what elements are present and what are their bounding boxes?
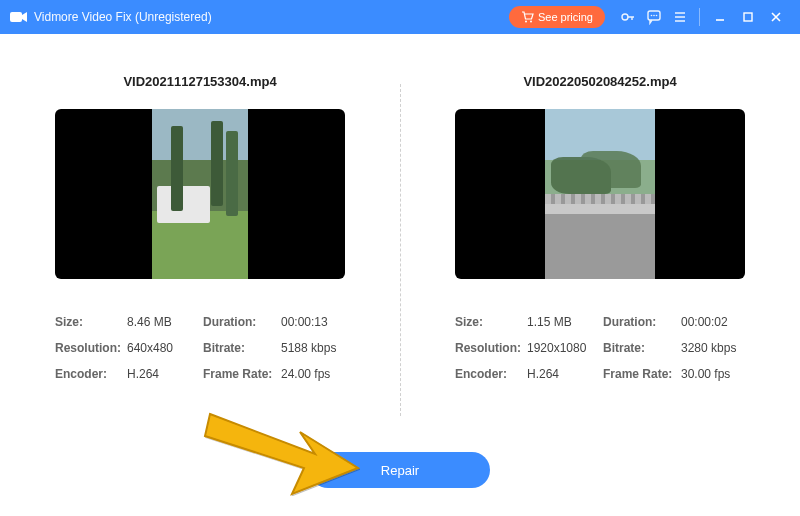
resolution-label: Resolution: (455, 341, 527, 355)
size-label: Size: (55, 315, 127, 329)
repair-button[interactable]: Repair (310, 452, 490, 488)
bitrate-value: 5188 kbps (281, 341, 345, 355)
see-pricing-label: See pricing (538, 11, 593, 23)
framerate-value: 30.00 fps (681, 367, 745, 381)
meta-row: Resolution: 1920x1080 Bitrate: 3280 kbps (455, 335, 745, 361)
source-filename: VID20211127153304.mp4 (123, 74, 276, 89)
encoder-label: Encoder: (55, 367, 127, 381)
close-button[interactable] (762, 3, 790, 31)
resolution-label: Resolution: (55, 341, 127, 355)
svg-rect-0 (10, 12, 22, 22)
main-area: VID20211127153304.mp4 Size: 8.46 MB Dura… (0, 34, 800, 516)
maximize-button[interactable] (734, 3, 762, 31)
source-meta: Size: 8.46 MB Duration: 00:00:13 Resolut… (55, 309, 345, 387)
framerate-label: Frame Rate: (203, 367, 281, 381)
bitrate-value: 3280 kbps (681, 341, 745, 355)
duration-label: Duration: (603, 315, 681, 329)
encoder-value: H.264 (127, 367, 203, 381)
sample-video-panel: VID20220502084252.mp4 Size: 1.15 MB Dura… (400, 34, 800, 516)
vertical-divider (400, 84, 401, 416)
app-logo-icon (10, 10, 28, 24)
titlebar: Vidmore Video Fix (Unregistered) See pri… (0, 0, 800, 34)
svg-point-1 (525, 21, 527, 23)
svg-point-6 (653, 15, 655, 17)
duration-value: 00:00:02 (681, 315, 745, 329)
feedback-icon[interactable] (641, 4, 667, 30)
bitrate-label: Bitrate: (203, 341, 281, 355)
minimize-button[interactable] (706, 3, 734, 31)
framerate-value: 24.00 fps (281, 367, 345, 381)
source-video-panel: VID20211127153304.mp4 Size: 8.46 MB Dura… (0, 34, 400, 516)
source-thumbnail (55, 109, 345, 279)
svg-rect-8 (744, 13, 752, 21)
size-value: 8.46 MB (127, 315, 203, 329)
meta-row: Encoder: H.264 Frame Rate: 30.00 fps (455, 361, 745, 387)
see-pricing-button[interactable]: See pricing (509, 6, 605, 28)
bitrate-label: Bitrate: (603, 341, 681, 355)
sample-meta: Size: 1.15 MB Duration: 00:00:02 Resolut… (455, 309, 745, 387)
meta-row: Encoder: H.264 Frame Rate: 24.00 fps (55, 361, 345, 387)
encoder-label: Encoder: (455, 367, 527, 381)
key-icon[interactable] (615, 4, 641, 30)
duration-label: Duration: (203, 315, 281, 329)
encoder-value: H.264 (527, 367, 603, 381)
meta-row: Size: 1.15 MB Duration: 00:00:02 (455, 309, 745, 335)
menu-icon[interactable] (667, 4, 693, 30)
repair-label: Repair (381, 463, 419, 478)
size-value: 1.15 MB (527, 315, 603, 329)
svg-point-7 (656, 15, 658, 17)
meta-row: Resolution: 640x480 Bitrate: 5188 kbps (55, 335, 345, 361)
svg-point-2 (530, 21, 532, 23)
cart-icon (521, 11, 534, 23)
resolution-value: 640x480 (127, 341, 203, 355)
app-title: Vidmore Video Fix (Unregistered) (34, 10, 212, 24)
svg-point-5 (651, 15, 653, 17)
resolution-value: 1920x1080 (527, 341, 603, 355)
meta-row: Size: 8.46 MB Duration: 00:00:13 (55, 309, 345, 335)
framerate-label: Frame Rate: (603, 367, 681, 381)
sample-thumbnail (455, 109, 745, 279)
svg-point-3 (622, 14, 628, 20)
titlebar-separator (699, 8, 700, 26)
sample-filename: VID20220502084252.mp4 (523, 74, 676, 89)
duration-value: 00:00:13 (281, 315, 345, 329)
size-label: Size: (455, 315, 527, 329)
